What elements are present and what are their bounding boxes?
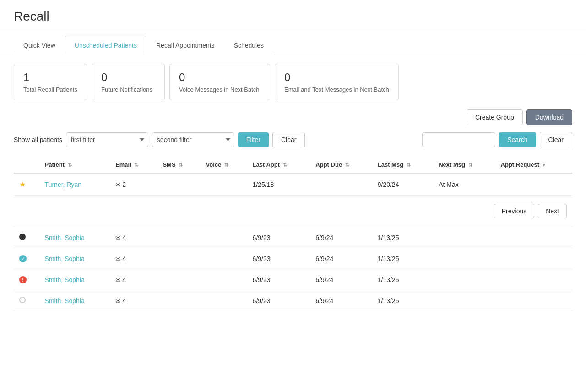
col-voice-header[interactable]: Voice ⇅	[201, 157, 247, 173]
patient-sort-icon: ⇅	[68, 162, 72, 168]
pagination-row-inline: Previous Next	[14, 196, 572, 227]
next-msg-cell	[433, 269, 495, 290]
table-body: ★ Turner, Ryan ✉2 1/25/18 9/20/24 At Max…	[14, 173, 572, 311]
stat-voice-messages: 0 Voice Messages in Next Batch	[169, 64, 270, 100]
patient-cell: Smith, Sophia	[39, 269, 110, 290]
appt-due-cell: 6/9/24	[310, 269, 372, 290]
search-area: Search Clear	[422, 132, 572, 147]
show-all-patients-label: Show all patients	[14, 136, 62, 143]
email-cell: ✉4	[110, 290, 157, 311]
tab-quick-view[interactable]: Quick View	[14, 36, 65, 54]
icon-cell	[14, 290, 39, 311]
email-cell: ✉4	[110, 248, 157, 269]
sms-cell	[157, 269, 200, 290]
email-cell: ✉2	[110, 173, 157, 196]
last-msg-cell: 1/13/25	[372, 248, 433, 269]
patient-cell: Smith, Sophia	[39, 227, 110, 248]
col-last-appt-header[interactable]: Last Appt ⇅	[247, 157, 310, 173]
email-icon: ✉	[115, 276, 121, 283]
tabs-container: Quick View Unscheduled Patients Recall A…	[0, 36, 586, 54]
col-patient-header[interactable]: Patient ⇅	[39, 157, 110, 173]
sms-cell	[157, 248, 200, 269]
search-button[interactable]: Search	[499, 132, 536, 147]
stat-email-text-label: Email and Text Messages in Next Batch	[284, 86, 389, 93]
last-msg-sort-icon: ⇅	[407, 162, 411, 168]
col-appt-due-header[interactable]: Appt Due ⇅	[310, 157, 372, 173]
email-count: 4	[122, 297, 126, 305]
last-msg-cell: 1/13/25	[372, 227, 433, 248]
main-content: 1 Total Recall Patients 0 Future Notific…	[0, 54, 586, 321]
last-appt-cell: 6/9/23	[247, 248, 310, 269]
pagination-controls: Previous Next	[19, 199, 567, 223]
filter-button[interactable]: Filter	[238, 132, 269, 147]
table-row: ✓ Smith, Sophia ✉4 6/9/23 6/9/24 1/13/25	[14, 248, 572, 269]
last-msg-cell: 9/20/24	[372, 173, 433, 196]
patient-link[interactable]: Smith, Sophia	[45, 234, 85, 241]
download-button[interactable]: Download	[526, 109, 572, 125]
email-icon: ✉	[115, 297, 121, 305]
last-appt-cell: 6/9/23	[247, 269, 310, 290]
appt-request-sort-icon: ▾	[543, 162, 545, 168]
voice-cell	[201, 269, 247, 290]
last-appt-cell: 6/9/23	[247, 227, 310, 248]
last-msg-cell: 1/13/25	[372, 290, 433, 311]
next-button[interactable]: Next	[538, 204, 567, 218]
circle-check-icon: ✓	[19, 255, 27, 262]
patient-link[interactable]: Smith, Sophia	[45, 276, 85, 283]
col-last-msg-header[interactable]: Last Msg ⇅	[372, 157, 433, 173]
col-email-header[interactable]: Email ⇅	[110, 157, 157, 173]
stats-row: 1 Total Recall Patients 0 Future Notific…	[14, 64, 572, 100]
filter-clear-button[interactable]: Clear	[272, 132, 305, 147]
appt-due-cell: 6/9/24	[310, 248, 372, 269]
tab-recall-appointments[interactable]: Recall Appointments	[146, 36, 224, 54]
create-group-button[interactable]: Create Group	[467, 109, 523, 125]
patient-cell: Turner, Ryan	[39, 173, 110, 196]
patient-cell: Smith, Sophia	[39, 248, 110, 269]
second-filter-select[interactable]: second filter Option A Option B	[152, 132, 234, 147]
patient-link[interactable]: Turner, Ryan	[45, 181, 81, 188]
tab-schedules[interactable]: Schedules	[224, 36, 273, 54]
col-icon-header	[14, 157, 39, 173]
email-cell: ✉4	[110, 227, 157, 248]
stat-voice-messages-label: Voice Messages in Next Batch	[179, 86, 260, 93]
email-icon: ✉	[115, 234, 121, 241]
appt-request-cell	[495, 290, 572, 311]
voice-cell	[201, 173, 247, 196]
next-msg-cell: At Max	[433, 173, 495, 196]
email-count: 4	[122, 276, 126, 283]
stat-future-notifications-number: 0	[101, 71, 155, 84]
stat-total-recall-label: Total Recall Patients	[23, 86, 77, 93]
icon-cell: ★	[14, 173, 39, 196]
patient-link[interactable]: Smith, Sophia	[45, 255, 85, 262]
col-sms-header[interactable]: SMS ⇅	[157, 157, 200, 173]
stat-email-text-messages: 0 Email and Text Messages in Next Batch	[275, 64, 399, 100]
stat-future-notifications: 0 Future Notifications	[92, 64, 165, 100]
appt-request-cell	[495, 173, 572, 196]
patient-link[interactable]: Smith, Sophia	[45, 297, 85, 305]
tab-unscheduled-patients[interactable]: Unscheduled Patients	[65, 36, 146, 54]
email-sort-icon: ⇅	[134, 162, 138, 168]
page-title: Recall	[14, 9, 572, 24]
search-clear-button[interactable]: Clear	[540, 132, 572, 147]
email-count: 4	[122, 255, 126, 262]
email-icon: ✉	[115, 181, 121, 188]
last-appt-sort-icon: ⇅	[283, 162, 287, 168]
action-row: Create Group Download	[14, 109, 572, 125]
first-filter-select[interactable]: first filter Option 1 Option 2	[66, 132, 148, 147]
patient-cell: Smith, Sophia	[39, 290, 110, 311]
next-msg-cell	[433, 290, 495, 311]
search-input[interactable]	[422, 132, 495, 147]
voice-cell	[201, 248, 247, 269]
icon-cell: ✓	[14, 248, 39, 269]
star-icon: ★	[19, 180, 26, 188]
last-msg-cell: 1/13/25	[372, 269, 433, 290]
col-appt-request-header[interactable]: Appt Request ▾	[495, 157, 572, 173]
next-msg-cell	[433, 248, 495, 269]
table-row: ! Smith, Sophia ✉4 6/9/23 6/9/24 1/13/25	[14, 269, 572, 290]
appt-request-cell	[495, 269, 572, 290]
table-row: ★ Turner, Ryan ✉2 1/25/18 9/20/24 At Max	[14, 173, 572, 196]
previous-button[interactable]: Previous	[494, 204, 534, 218]
col-next-msg-header[interactable]: Next Msg ⇅	[433, 157, 495, 173]
table-header: Patient ⇅ Email ⇅ SMS ⇅ Voice ⇅ Last App…	[14, 157, 572, 173]
voice-cell	[201, 227, 247, 248]
